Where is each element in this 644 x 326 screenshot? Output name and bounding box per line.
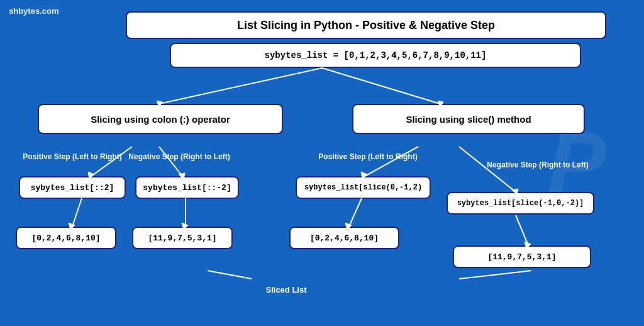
branch1-neg-code-box: sybytes_list[::-2] xyxy=(135,176,239,199)
branch1-neg-label: Negative Step (Right to Left) xyxy=(126,152,233,161)
branch2-box: Slicing using slice() method xyxy=(352,104,585,134)
svg-line-14 xyxy=(459,147,516,192)
svg-line-12 xyxy=(365,147,418,176)
main-title: List Slicing in Python - Positive & Nega… xyxy=(126,11,606,39)
svg-line-2 xyxy=(322,68,440,104)
branch1-box: Slicing using colon (:) operator xyxy=(38,104,283,134)
branch2-pos-result-box: [0,2,4,6,8,10] xyxy=(289,227,399,249)
branch1-pos-code-box: sybytes_list[::2] xyxy=(19,176,126,199)
svg-line-4 xyxy=(91,147,132,176)
branch2-pos-label: Positive Step (Left to Right) xyxy=(308,152,428,161)
svg-line-0 xyxy=(159,68,322,104)
svg-line-20 xyxy=(208,271,252,279)
branch1-neg-result-box: [11,9,7,5,3,1] xyxy=(132,227,233,249)
branch1-pos-result-box: [0,2,4,6,8,10] xyxy=(16,227,116,249)
branch2-neg-result-box: [11,9,7,5,3,1] xyxy=(453,245,591,268)
svg-line-6 xyxy=(159,147,182,176)
watermark-text: shbytes.com xyxy=(9,6,58,16)
branch2-pos-code-box: sybytes_list[slice(0,-1,2) xyxy=(296,176,431,199)
sliced-list-label: Sliced List xyxy=(245,285,327,295)
svg-line-18 xyxy=(516,215,528,245)
branch2-neg-label: Negative Step (Right to Left) xyxy=(472,160,604,169)
svg-line-8 xyxy=(72,198,82,227)
branch2-neg-code-box: sybytes_list[slice(-1,0,-2)] xyxy=(447,192,594,215)
svg-line-21 xyxy=(459,271,531,279)
branch1-pos-label: Positive Step (Left to Right) xyxy=(19,152,126,161)
svg-line-16 xyxy=(349,198,362,227)
root-box: sybytes_list = [0,1,2,3,4,5,6,7,8,9,10,1… xyxy=(170,43,581,68)
